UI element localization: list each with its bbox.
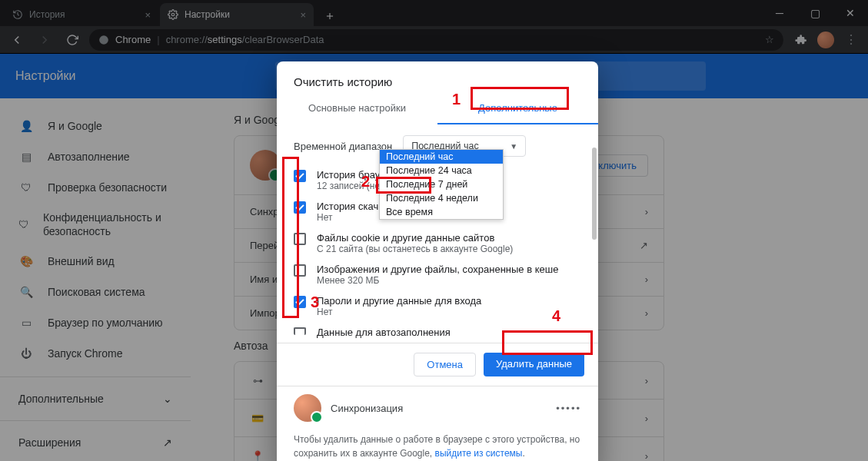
checkbox[interactable] (294, 296, 306, 308)
clear-data-dialog: Очистить историю Основные настройки Допо… (277, 61, 598, 461)
caret-down-icon: ▼ (510, 142, 517, 151)
dialog-title: Очистить историю (277, 61, 598, 93)
cancel-button[interactable]: Отмена (414, 353, 476, 376)
dialog-actions: Отмена Удалить данные (277, 343, 598, 386)
time-range-label: Временной диапазон (294, 141, 392, 152)
dropdown-option[interactable]: Последние 24 часа (380, 164, 503, 177)
dropdown-option[interactable]: Все время (380, 205, 503, 219)
check-row-cache[interactable]: Изображения и другие файлы, сохраненные … (294, 259, 581, 290)
tab-basic[interactable]: Основные настройки (277, 93, 437, 124)
sync-label: Синхронизация (331, 403, 403, 414)
delete-data-button[interactable]: Удалить данные (484, 353, 584, 376)
dots-icon: ••••• (556, 403, 581, 414)
avatar (294, 394, 321, 422)
dropdown-option[interactable]: Последние 7 дней (380, 177, 503, 191)
dialog-body: Временной диапазон Последний час ▼ Истор… (277, 124, 598, 343)
dialog-info-text: Чтобы удалить данные о работе в браузере… (277, 426, 598, 461)
checkbox[interactable] (294, 170, 306, 182)
dropdown-option[interactable]: Последние 4 недели (380, 191, 503, 205)
tab-advanced[interactable]: Дополнительные (437, 93, 598, 124)
check-row-autofill[interactable]: Данные для автозаполнения (294, 322, 581, 338)
sync-status-row: Синхронизация ••••• (277, 386, 598, 426)
dropdown-option[interactable]: Последний час (380, 150, 503, 164)
check-row-cookies[interactable]: Файлы cookie и другие данные сайтовС 21 … (294, 227, 581, 259)
checkbox[interactable] (294, 201, 306, 214)
checkbox[interactable] (294, 264, 306, 277)
time-range-dropdown: Последний час Последние 24 часа Последни… (379, 149, 504, 220)
dialog-scrollbar[interactable] (592, 148, 597, 386)
checkbox[interactable] (294, 233, 306, 245)
sign-out-link[interactable]: выйдите из системы (435, 448, 523, 459)
dialog-tabs: Основные настройки Дополнительные (277, 93, 598, 124)
check-row-passwords[interactable]: Пароли и другие данные для входаНет (294, 290, 581, 322)
checkbox[interactable] (294, 327, 306, 335)
